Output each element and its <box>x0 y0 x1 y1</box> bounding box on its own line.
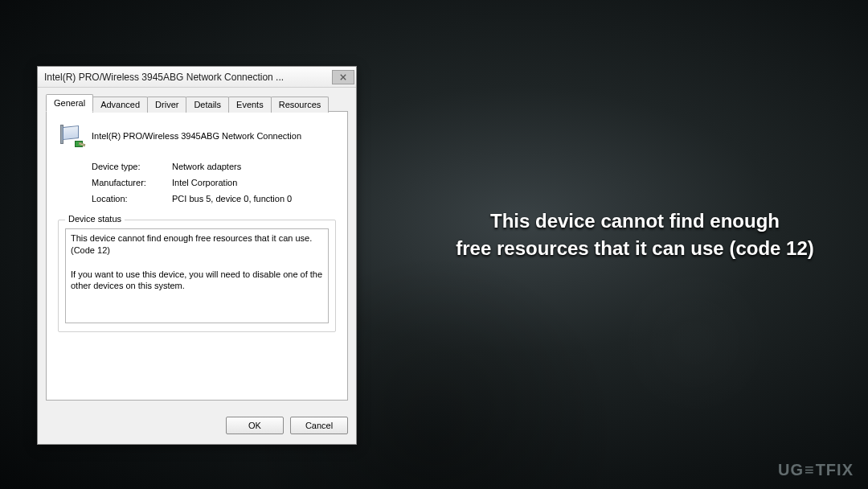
location-value: PCI bus 5, device 0, function 0 <box>172 194 336 203</box>
device-name: Intel(R) PRO/Wireless 3945ABG Network Co… <box>92 131 301 141</box>
dialog-client-area: General Advanced Driver Details Events R… <box>38 88 356 409</box>
window-title: Intel(R) PRO/Wireless 3945ABG Network Co… <box>44 72 332 83</box>
caption-line-2: free resources that it can use (code 12) <box>418 235 852 262</box>
network-adapter-icon <box>58 123 84 149</box>
close-icon <box>340 74 346 80</box>
device-info-grid: Device type: Network adapters Manufactur… <box>92 162 336 203</box>
manufacturer-label: Manufacturer: <box>92 178 172 187</box>
device-type-label: Device type: <box>92 162 172 171</box>
device-properties-dialog: Intel(R) PRO/Wireless 3945ABG Network Co… <box>37 66 357 445</box>
overlay-caption: This device cannot find enough free reso… <box>418 208 852 261</box>
device-status-text[interactable] <box>65 228 329 323</box>
ok-button[interactable]: OK <box>226 417 284 434</box>
cancel-button[interactable]: Cancel <box>290 417 348 434</box>
tab-advanced[interactable]: Advanced <box>92 97 148 113</box>
device-header: Intel(R) PRO/Wireless 3945ABG Network Co… <box>58 123 336 149</box>
watermark-right: TFIX <box>816 461 854 479</box>
tab-details[interactable]: Details <box>186 97 229 113</box>
close-button[interactable] <box>332 70 354 84</box>
location-label: Location: <box>92 194 172 203</box>
device-status-group: Device status <box>58 220 336 332</box>
watermark-logo: UG≡TFIX <box>778 461 854 479</box>
device-status-legend: Device status <box>65 214 125 224</box>
device-type-value: Network adapters <box>172 162 336 171</box>
caption-line-1: This device cannot find enough <box>418 208 852 235</box>
titlebar[interactable]: Intel(R) PRO/Wireless 3945ABG Network Co… <box>38 67 356 88</box>
manufacturer-value: Intel Corporation <box>172 178 336 187</box>
dialog-button-row: OK Cancel <box>38 409 356 444</box>
tabstrip: General Advanced Driver Details Events R… <box>46 94 348 112</box>
watermark-brace: ≡ <box>805 461 815 479</box>
watermark-left: UG <box>778 461 804 479</box>
tab-resources[interactable]: Resources <box>271 97 330 113</box>
tab-page-general: Intel(R) PRO/Wireless 3945ABG Network Co… <box>46 111 348 401</box>
tab-driver[interactable]: Driver <box>147 97 186 113</box>
tab-events[interactable]: Events <box>228 97 272 113</box>
tab-general[interactable]: General <box>46 94 93 112</box>
